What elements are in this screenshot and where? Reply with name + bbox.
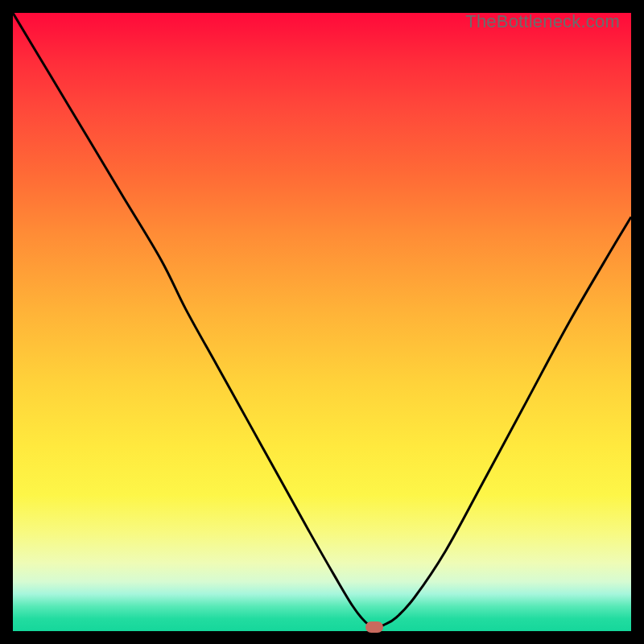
chart-frame: TheBottleneck.com xyxy=(13,13,631,631)
watermark-text: TheBottleneck.com xyxy=(465,11,620,32)
bottleneck-curve xyxy=(13,13,631,631)
curve-path xyxy=(13,13,631,628)
optimal-point-marker xyxy=(365,621,383,633)
